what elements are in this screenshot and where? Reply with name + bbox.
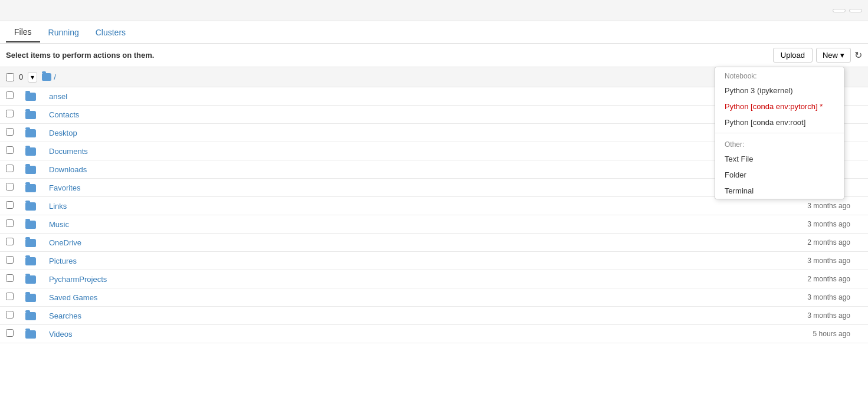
- tabs-bar: Files Running Clusters: [0, 21, 868, 44]
- folder-icon: [25, 239, 36, 247]
- tab-files[interactable]: Files: [6, 22, 40, 42]
- row-checkbox[interactable]: [6, 329, 14, 337]
- row-checkbox[interactable]: [6, 293, 14, 300]
- file-link[interactable]: Desktop: [49, 129, 77, 137]
- selected-count: 0: [19, 73, 23, 81]
- folder-icon: [25, 330, 36, 339]
- row-checkbox[interactable]: [6, 128, 14, 136]
- table-row: Pictures3 months ago: [0, 252, 868, 270]
- folder-icon: [25, 312, 36, 320]
- folder-icon: [25, 111, 36, 119]
- file-link[interactable]: ansel: [49, 92, 67, 101]
- breadcrumb-dropdown-btn[interactable]: ▾: [28, 72, 37, 83]
- row-checkbox[interactable]: [6, 110, 14, 117]
- file-modified: 2 months ago: [466, 234, 868, 252]
- file-modified: 3 months ago: [466, 215, 868, 234]
- top-bar-buttons: [833, 9, 862, 12]
- file-modified: 3 months ago: [466, 288, 868, 307]
- breadcrumb-path: /: [42, 73, 56, 81]
- file-link[interactable]: Searches: [49, 311, 81, 320]
- folder-icon: [25, 93, 36, 101]
- tab-running[interactable]: Running: [40, 23, 87, 42]
- row-checkbox[interactable]: [6, 91, 14, 99]
- file-modified: 3 months ago: [466, 252, 868, 270]
- folder-icon: [25, 147, 36, 156]
- dropdown-divider: [715, 133, 844, 133]
- file-modified: 3 months ago: [466, 197, 868, 215]
- folder-icon: [25, 257, 36, 265]
- top-bar-btn1[interactable]: [833, 9, 846, 12]
- tab-clusters[interactable]: Clusters: [87, 23, 134, 42]
- table-row: PycharmProjects2 months ago: [0, 270, 868, 288]
- file-link[interactable]: Videos: [49, 330, 73, 339]
- toolbar-select-text: Select items to perform actions on them.: [6, 51, 154, 60]
- file-link[interactable]: Pictures: [49, 257, 77, 265]
- dropdown-folder[interactable]: Folder: [715, 167, 844, 183]
- folder-icon: [25, 275, 36, 284]
- folder-icon: [25, 166, 36, 174]
- file-link[interactable]: Music: [49, 220, 69, 229]
- top-bar-btn2[interactable]: [849, 9, 862, 12]
- row-checkbox[interactable]: [6, 183, 14, 191]
- file-link[interactable]: OneDrive: [49, 238, 81, 247]
- file-link[interactable]: Links: [49, 202, 67, 211]
- table-row: Saved Games3 months ago: [0, 288, 868, 307]
- file-link[interactable]: Contacts: [49, 110, 79, 119]
- row-checkbox[interactable]: [6, 201, 14, 209]
- file-link[interactable]: PycharmProjects: [49, 275, 107, 284]
- table-row: Videos5 hours ago: [0, 325, 868, 343]
- breadcrumb-folder-icon: [42, 73, 51, 81]
- file-link[interactable]: Downloads: [49, 165, 87, 174]
- row-checkbox[interactable]: [6, 256, 14, 264]
- toolbar: Select items to perform actions on them.…: [0, 44, 868, 67]
- row-checkbox[interactable]: [6, 146, 14, 154]
- file-modified: 3 months ago: [466, 307, 868, 325]
- file-link[interactable]: Documents: [49, 147, 88, 156]
- dropdown-textfile[interactable]: Text File: [715, 151, 844, 167]
- dropdown-python3[interactable]: Python 3 (ipykernel): [715, 83, 844, 98]
- toolbar-right: Upload New ▾ ↻ Notebook: Python 3 (ipyke…: [773, 48, 862, 63]
- folder-icon: [25, 184, 36, 192]
- top-bar: [0, 0, 868, 21]
- table-row: Links3 months ago: [0, 197, 868, 215]
- folder-icon: [25, 129, 36, 137]
- upload-button[interactable]: Upload: [773, 48, 813, 63]
- notebook-section-label: Notebook:: [715, 67, 844, 83]
- other-section-label: Other:: [715, 136, 844, 151]
- new-button[interactable]: New ▾: [816, 48, 851, 63]
- row-checkbox[interactable]: [6, 219, 14, 227]
- row-checkbox[interactable]: [6, 165, 14, 172]
- file-link[interactable]: Favorites: [49, 183, 80, 192]
- table-row: Searches3 months ago: [0, 307, 868, 325]
- file-link[interactable]: Saved Games: [49, 293, 97, 302]
- folder-icon: [25, 221, 36, 229]
- row-checkbox[interactable]: [6, 238, 14, 245]
- refresh-button[interactable]: ↻: [854, 50, 862, 61]
- new-button-caret: ▾: [840, 51, 844, 60]
- new-button-label: New: [823, 51, 838, 60]
- row-checkbox[interactable]: [6, 311, 14, 319]
- select-all-checkbox[interactable]: [6, 73, 14, 81]
- file-modified: 5 hours ago: [466, 325, 868, 343]
- table-row: OneDrive2 months ago: [0, 234, 868, 252]
- folder-icon: [25, 202, 36, 211]
- row-checkbox[interactable]: [6, 274, 14, 282]
- dropdown-root[interactable]: Python [conda env:root]: [715, 114, 844, 130]
- dropdown-pytorch[interactable]: Python [conda env:pytorch] *: [715, 98, 844, 114]
- dropdown-terminal[interactable]: Terminal: [715, 183, 844, 199]
- new-dropdown-menu: Notebook: Python 3 (ipykernel) Python [c…: [715, 67, 844, 199]
- folder-icon: [25, 294, 36, 302]
- table-row: Music3 months ago: [0, 215, 868, 234]
- file-modified: 2 months ago: [466, 270, 868, 288]
- breadcrumb-slash: /: [54, 73, 56, 81]
